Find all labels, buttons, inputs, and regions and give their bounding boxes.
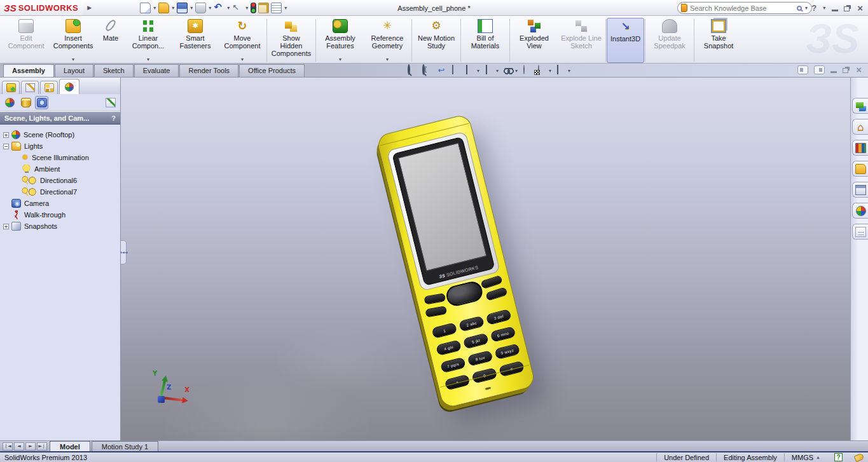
units-selector[interactable]: MMGS▲ — [784, 453, 827, 461]
tree-item-lights[interactable]: − Lights — [3, 140, 120, 152]
dropdown-arrow-icon[interactable]: ▾ — [568, 68, 570, 74]
new-motion-study-button[interactable]: ⚙ New Motion Study — [413, 18, 460, 63]
tab-assembly[interactable]: Assembly — [3, 64, 54, 77]
custom-properties-button[interactable] — [852, 224, 868, 240]
tab-motion-study-1[interactable]: Motion Study 1 — [92, 441, 158, 451]
panel-splitter-handle[interactable]: ◄◄◄ — [121, 240, 127, 264]
update-speedpak-button[interactable]: Update Speedpak — [646, 18, 693, 63]
display-style-icon[interactable] — [486, 65, 487, 74]
dropdown-arrow-icon[interactable]: ▾ — [386, 57, 389, 62]
open-folder-icon[interactable] — [158, 3, 169, 13]
last-tab-icon[interactable]: ►❘ — [37, 442, 47, 451]
property-manager-tab[interactable] — [21, 81, 39, 94]
edit-component-button[interactable]: Edit Component — [3, 18, 50, 63]
rebuild-traffic-light-icon[interactable] — [251, 3, 256, 13]
assembly-features-button[interactable]: Assembly Features ▾ — [317, 18, 364, 63]
view-orientation-icon[interactable] — [466, 65, 467, 74]
tab-render-tools[interactable]: Render Tools — [179, 64, 238, 77]
linear-component-pattern-button[interactable]: Linear Compon... ▾ — [125, 18, 172, 63]
undo-icon[interactable]: ↶ — [214, 3, 224, 13]
dropdown-arrow-icon[interactable]: ▾ — [72, 57, 74, 62]
exploded-view-button[interactable]: Exploded View — [511, 18, 558, 63]
hide-show-items-icon[interactable] — [504, 65, 514, 76]
tree-item-walk-through[interactable]: + Walk-through — [3, 209, 120, 221]
take-snapshot-button[interactable]: Take Snapshot — [695, 18, 742, 63]
apply-scene-icon[interactable] — [523, 65, 525, 74]
tree-item-camera[interactable]: + Camera — [3, 198, 120, 209]
phone-key[interactable]: 7 pqrs — [440, 357, 466, 374]
smart-fasteners-button[interactable]: ✱ Smart Fasteners — [172, 18, 219, 63]
restore-document-icon[interactable] — [843, 68, 848, 73]
phone-key[interactable]: 6 mno — [490, 326, 516, 343]
show-hidden-components-button[interactable]: Show Hidden Components — [268, 18, 315, 63]
tab-sketch[interactable]: Sketch — [94, 64, 134, 77]
view-settings-icon[interactable] — [538, 65, 539, 74]
previous-view-icon[interactable]: ↩ — [436, 65, 446, 76]
zoom-to-area-icon[interactable] — [422, 64, 425, 75]
dropdown-arrow-icon[interactable]: ▾ — [515, 68, 518, 74]
edit-scene-icon[interactable] — [557, 65, 558, 74]
print-icon[interactable] — [195, 3, 206, 13]
viewport-3d[interactable]: ◄◄◄ ЗSSOLIDWORKS — [121, 78, 850, 440]
dropdown-arrow-icon[interactable]: ▾ — [153, 5, 156, 11]
appearances-button[interactable] — [3, 96, 17, 109]
save-icon[interactable] — [177, 3, 188, 13]
dropdown-arrow-icon[interactable]: ▾ — [147, 57, 149, 62]
search-input[interactable] — [690, 4, 794, 12]
phone-soft-key[interactable] — [425, 306, 447, 318]
phone-key[interactable]: 5 jkl — [463, 333, 489, 350]
feature-manager-tab[interactable] — [2, 81, 20, 94]
cell-phone-model[interactable]: ЗSSOLIDWORKS 1 2 abc 3 def — [376, 113, 536, 409]
solidworks-forum-button[interactable] — [852, 98, 868, 114]
tree-item-scene[interactable]: + Scene (Rooftop) — [3, 129, 120, 140]
solidworks-resources-button[interactable]: ⌂ — [852, 119, 868, 135]
first-tab-icon[interactable]: ❘◄ — [3, 442, 13, 451]
section-view-icon[interactable] — [452, 65, 453, 74]
tree-item-ambient[interactable]: + Ambient — [3, 163, 120, 175]
phone-key[interactable]: 4 ghi — [436, 339, 462, 356]
tab-evaluate[interactable]: Evaluate — [134, 64, 179, 77]
solidworks-logo[interactable]: ЗS SOLIDWORKS — [0, 0, 83, 15]
dropdown-arrow-icon[interactable]: ▾ — [209, 5, 211, 11]
tree-item-scene-illumination[interactable]: + ✹ Scene Illumination — [3, 152, 120, 163]
zoom-to-fit-icon[interactable] — [408, 64, 410, 75]
options-list-icon[interactable] — [271, 3, 282, 13]
new-document-icon[interactable] — [140, 3, 151, 13]
display-state-options-button[interactable] — [104, 96, 117, 109]
mate-button[interactable]: Mate — [97, 18, 125, 63]
panel-help-icon[interactable]: ? — [111, 114, 116, 122]
knowledge-base-search[interactable]: ▾ — [677, 2, 812, 14]
close-icon[interactable]: × — [857, 3, 863, 13]
dropdown-arrow-icon[interactable]: ▾ — [477, 68, 479, 74]
bill-of-materials-button[interactable]: Bill of Materials — [462, 18, 509, 63]
dropdown-arrow-icon[interactable]: ▾ — [549, 68, 551, 74]
tab-office-products[interactable]: Office Products — [239, 64, 305, 77]
scene-lights-cameras-button[interactable] — [35, 96, 48, 109]
file-properties-icon[interactable] — [258, 3, 269, 13]
previous-tab-icon[interactable]: ◄ — [14, 442, 24, 451]
dropdown-arrow-icon[interactable]: ▾ — [190, 5, 193, 11]
select-cursor-icon[interactable]: ↖ — [232, 3, 243, 13]
phone-soft-key[interactable] — [485, 287, 507, 301]
dropdown-arrow-icon[interactable]: ▾ — [339, 57, 341, 62]
file-explorer-button[interactable] — [852, 161, 868, 177]
dropdown-arrow-icon[interactable]: ▾ — [284, 5, 287, 11]
phone-screen-bezel[interactable]: ЗSSOLIDWORKS — [387, 131, 500, 291]
collapse-icon[interactable]: − — [3, 144, 9, 149]
dropdown-arrow-icon[interactable]: ▾ — [245, 5, 248, 11]
search-icon[interactable] — [797, 6, 802, 11]
dropdown-arrow-icon[interactable]: ▾ — [172, 5, 174, 11]
collapse-left-pane-icon[interactable] — [797, 65, 808, 74]
dropdown-arrow-icon[interactable]: ▾ — [241, 57, 244, 62]
phone-key[interactable]: 9 wxyz — [494, 343, 520, 360]
design-library-button[interactable] — [852, 140, 868, 156]
tree-item-directional7[interactable]: + Directional7 — [3, 186, 120, 198]
display-manager-tab[interactable] — [59, 79, 79, 94]
minimize-document-icon[interactable] — [830, 71, 837, 73]
appearances-scenes-button[interactable] — [852, 203, 868, 219]
tag-icon[interactable] — [854, 452, 865, 462]
dropdown-arrow-icon[interactable]: ▾ — [227, 5, 230, 11]
expand-icon[interactable]: + — [3, 132, 9, 138]
close-document-icon[interactable]: × — [856, 65, 862, 74]
quick-tips-icon[interactable]: ? — [834, 453, 843, 461]
